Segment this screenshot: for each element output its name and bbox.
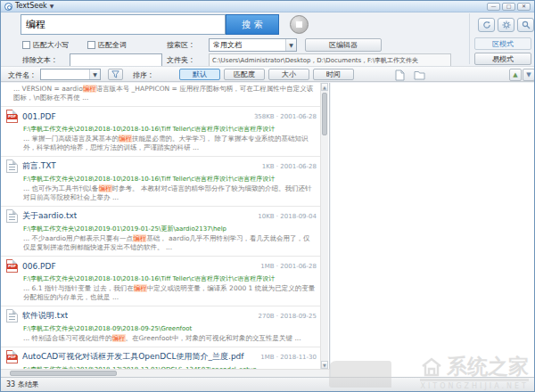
zone-mode-button[interactable]: 区模式 xyxy=(474,37,531,50)
snippet: ... 6.1 指针与指针变量 过去，我们在编程中定义或说明变量，编译系 200… xyxy=(23,284,317,302)
txt-file-icon xyxy=(6,209,18,223)
pdf-file-icon xyxy=(6,350,18,363)
stop-icon xyxy=(296,21,302,28)
match-word-label: 匹配全词 xyxy=(98,40,127,50)
file-name: 软件说明.txt xyxy=(22,310,68,322)
file-meta: 1MB · 2018-11-30 xyxy=(260,354,317,361)
refresh-button[interactable] xyxy=(478,18,495,32)
zoom-button[interactable] xyxy=(517,18,534,32)
file-meta: 358KB · 2001-06-28 xyxy=(254,113,317,120)
chevron-down-icon: ▼ xyxy=(285,39,296,51)
next-result-button[interactable]: ▼ xyxy=(523,69,535,81)
result-item[interactable]: 前言.TXT1KB · 2001-06-28F:\李帆工作文件夹\2018\20… xyxy=(1,157,320,207)
scrollbar-thumb[interactable] xyxy=(322,93,327,135)
title-caret-down-icon[interactable]: ▼ xyxy=(50,4,54,9)
file-path: F:\李帆工作文件夹\2018\2018-10\2018-10-16\Tiff … xyxy=(23,175,317,184)
result-item[interactable]: 006.PDF1MB · 2001-06-28F:\李帆工作文件夹\2018\2… xyxy=(1,257,320,306)
results-vertical-scrollbar[interactable]: ▲ ▼ xyxy=(320,83,328,369)
titlebar: TextSeek ▼ — ▢ ✕ xyxy=(1,1,534,12)
search-input[interactable] xyxy=(21,14,226,35)
txt-file-icon xyxy=(6,159,18,173)
close-button[interactable]: ✕ xyxy=(517,3,531,11)
snippet: ... VERSION = aardio编程语言版本号 _HAPPICON = … xyxy=(13,85,317,102)
refresh-icon xyxy=(482,20,491,29)
minimize-button[interactable]: — xyxy=(487,3,500,11)
snippet: ... 也可作为工具书刊以备编程时参考。 本教材对c语言的精华部分作了较为细致的… xyxy=(23,184,317,202)
down-arrow-icon: ▼ xyxy=(526,72,531,78)
result-item[interactable]: 001.PDF358KB · 2001-06-28F:\李帆工作文件夹\2018… xyxy=(1,107,320,157)
checkbox-icon xyxy=(87,41,95,49)
sort-default-button[interactable]: 默认 xyxy=(179,69,220,80)
result-count: 33 条结果 xyxy=(6,380,39,389)
pdf-file-icon xyxy=(6,110,18,123)
pdf-file-icon xyxy=(6,259,18,273)
preview-pane xyxy=(331,83,534,377)
snippet: ... 不少aardio用户都表示只要有一点编程基础， aardio几乎不用特别… xyxy=(23,234,317,252)
document-icon xyxy=(395,69,405,81)
toolbar: 文件名 : ▼ 排序 : 默认 匹配度 大小 时间 ▲ ▼ xyxy=(1,66,534,82)
scroll-down-icon[interactable]: ▼ xyxy=(321,361,328,369)
file-path: F:\李帆工作文件夹\2018\2019-01\2019-01-25\更新\aa… xyxy=(23,225,317,233)
snippet: ... 特别适合练习可视化组件的编程。在Greenfoot中，对象的可视化和对象… xyxy=(23,334,317,343)
statusbar: 33 条结果 xyxy=(1,377,534,391)
txt-file-icon xyxy=(6,309,18,323)
file-meta: 270B · 2018-09-25 xyxy=(258,313,317,320)
gear-icon xyxy=(502,20,511,29)
scrollbar-thumb[interactable] xyxy=(10,371,117,376)
result-item[interactable]: 关于aardio.txt10KB · 2018-09-04F:\李帆工作文件夹\… xyxy=(1,207,320,257)
filename-filter-select[interactable]: ▼ xyxy=(40,69,101,80)
file-name: AutoCAD可视化对话框开发工具OpenDCL使用简介_兰度.pdf xyxy=(22,351,244,363)
file-meta: 1KB · 2001-06-28 xyxy=(262,163,317,170)
file-name: 关于aardio.txt xyxy=(22,210,77,222)
sort-size-button[interactable]: 大小 xyxy=(268,69,309,80)
settings-button[interactable] xyxy=(498,18,514,32)
search-zone-select[interactable]: 常用文档 ▼ xyxy=(209,38,297,52)
new-document-button[interactable] xyxy=(393,69,406,81)
folder-path-field[interactable]: C:\Users\Administrator\Desktop , D:\Docu… xyxy=(209,53,451,67)
scroll-up-icon[interactable]: ▲ xyxy=(321,83,328,91)
sort-time-button[interactable]: 时间 xyxy=(313,69,354,80)
sort-relevance-button[interactable]: 匹配度 xyxy=(224,69,265,80)
file-name: 006.PDF xyxy=(22,262,56,271)
filter-button[interactable] xyxy=(108,69,123,80)
file-name: 前言.TXT xyxy=(22,160,56,172)
checkbox-icon xyxy=(22,41,30,49)
match-case-checkbox[interactable]: 匹配大小写 xyxy=(22,40,69,50)
snippet: ... 掌握一门高级语言及其基本的编程技能是必需的。大学学习， 除了掌握本专业系… xyxy=(23,135,317,152)
magnifier-icon xyxy=(522,20,531,29)
exclude-label: 排除文本 : xyxy=(22,56,55,65)
match-case-label: 匹配大小写 xyxy=(33,40,69,50)
exclude-input[interactable] xyxy=(70,53,162,67)
easy-mode-button[interactable]: 易模式 xyxy=(474,53,531,65)
folder-icon xyxy=(414,70,425,80)
sort-label: 排序 : xyxy=(133,71,152,80)
prev-result-button[interactable]: ▲ xyxy=(509,69,522,81)
funnel-icon xyxy=(111,70,119,78)
result-item[interactable]: AutoCAD可视化对话框开发工具OpenDCL使用简介_兰度.pdf1MB ·… xyxy=(1,347,320,369)
watermark-blob xyxy=(329,361,391,388)
folder-label: 文件夹 : xyxy=(167,56,193,65)
search-button[interactable]: 搜索 xyxy=(226,14,279,35)
file-name: 001.PDF xyxy=(22,112,56,121)
file-meta: 1MB · 2001-06-28 xyxy=(260,263,317,270)
file-path: F:\李帆工作文件夹\2018\2018-10\2018-10-16\Tiff … xyxy=(23,274,317,283)
file-path: F:\李帆工作文件夹\2018\2018-10\2018-10-16\Tiff … xyxy=(23,125,317,134)
search-zone-value: 常用文档 xyxy=(213,40,242,50)
file-path: F:\李帆工作文件夹\2018\2018-09\2018-09-25\Green… xyxy=(23,324,317,333)
result-item[interactable]: 软件说明.txt270B · 2018-09-25F:\李帆工作文件夹\2018… xyxy=(1,306,320,347)
app-title[interactable]: TextSeek xyxy=(15,3,47,10)
chevron-down-icon: ▼ xyxy=(89,69,100,79)
results-horizontal-scrollbar[interactable] xyxy=(1,369,330,377)
app-logo-icon xyxy=(4,3,12,11)
open-folder-button[interactable] xyxy=(413,69,425,81)
zone-editor-button[interactable]: 区编辑器 xyxy=(305,38,382,52)
result-item[interactable]: ... VERSION = aardio编程语言版本号 _HAPPICON = … xyxy=(1,83,320,107)
results-list: ... VERSION = aardio编程语言版本号 _HAPPICON = … xyxy=(1,83,330,369)
stop-button[interactable] xyxy=(290,15,309,34)
textseek-window: TextSeek ▼ — ▢ ✕ 搜索 匹配大小写 匹配全词 搜索区 : 常用文… xyxy=(0,0,535,392)
up-arrow-icon: ▲ xyxy=(513,72,517,78)
maximize-button[interactable]: ▢ xyxy=(502,3,515,11)
options-divider xyxy=(469,13,470,64)
filename-label: 文件名 : xyxy=(8,71,34,80)
match-word-checkbox[interactable]: 匹配全词 xyxy=(87,40,127,50)
